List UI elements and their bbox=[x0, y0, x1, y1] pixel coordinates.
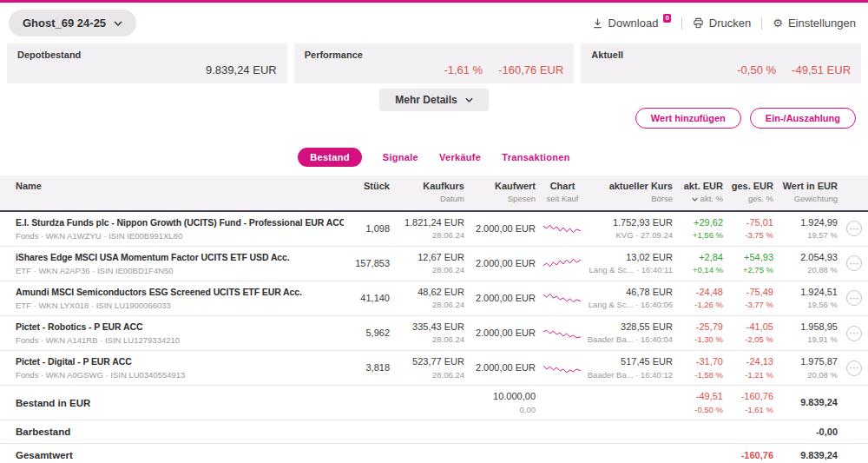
total-wert: 9.839,24 bbox=[776, 397, 838, 408]
col-header-kaufkurs[interactable]: Kaufkurs Datum bbox=[392, 181, 467, 204]
wert-value: 2.054,93 bbox=[776, 252, 838, 263]
kaufkurs-value: 523,77 EUR bbox=[392, 356, 464, 367]
tab-bestand[interactable]: Bestand bbox=[298, 148, 362, 167]
security-name[interactable]: Amundi MSCI Semiconductors ESG Screened … bbox=[16, 287, 344, 298]
col-header-ges[interactable]: ges. EUR ges. % bbox=[726, 181, 776, 204]
ges-pct-value: -3,75 % bbox=[726, 231, 773, 240]
tab-signale[interactable]: Signale bbox=[383, 152, 418, 162]
separator bbox=[681, 17, 682, 30]
table-header: Name Stück Kaufkurs Datum Kaufwert Spese… bbox=[0, 175, 868, 212]
kaufwert-value: 2.000,00 EUR bbox=[467, 362, 536, 374]
akt-eur-value: -24,48 bbox=[675, 287, 723, 298]
ges-eur-value: -41,05 bbox=[726, 321, 773, 333]
sparkline-chart bbox=[542, 361, 582, 375]
kaufkurs-value: 12,67 EUR bbox=[392, 252, 464, 263]
sparkline-chart bbox=[542, 256, 582, 270]
ges-pct-value: -3,77 % bbox=[726, 301, 773, 309]
gear-icon: ⚙ bbox=[773, 17, 783, 30]
settings-button[interactable]: ⚙ Einstellungen bbox=[773, 17, 856, 30]
depot-selector-dropdown[interactable]: Ghost_69 24-25 bbox=[9, 10, 136, 36]
boerse-info: KVG · 27.09.24 bbox=[587, 231, 673, 240]
total-akt-eur: -49,51 bbox=[675, 391, 723, 402]
col-header-akt[interactable]: akt. EUR akt. % bbox=[675, 181, 726, 204]
sparkline-chart bbox=[542, 222, 582, 235]
ges-eur-value: -24,13 bbox=[726, 356, 773, 367]
total-label: Bestand in EUR bbox=[16, 398, 344, 408]
col-header-chart: Chart seit Kauf bbox=[538, 181, 587, 204]
kurs-value: 46,78 EUR bbox=[587, 287, 673, 298]
kurs-value: 517,45 EUR bbox=[587, 356, 673, 367]
col-header-stueck[interactable]: Stück bbox=[351, 181, 392, 192]
holdings-table: Name Stück Kaufkurs Datum Kaufwert Spese… bbox=[0, 175, 868, 463]
table-row[interactable]: E.I. Sturdza Funds plc - Nippon Growth (… bbox=[0, 212, 868, 247]
top-bar: Ghost_69 24-25 Download 0 Drucken ⚙ Eins… bbox=[0, 3, 868, 42]
wert-value: 1.975,87 bbox=[776, 356, 838, 367]
kurs-value: 328,55 EUR bbox=[587, 321, 673, 333]
total-ges-eur: -160,76 bbox=[726, 391, 773, 402]
print-label: Drucken bbox=[709, 17, 751, 30]
kaufwert-value: 2.000,00 EUR bbox=[467, 258, 536, 269]
performance-percent: -1,61 % bbox=[444, 63, 483, 76]
akt-pct-value: -1,26 % bbox=[675, 301, 723, 309]
col-header-kaufwert[interactable]: Kaufwert Spesen bbox=[467, 181, 538, 204]
print-button[interactable]: Drucken bbox=[693, 17, 751, 30]
kaufwert-value: 2.000,00 EUR bbox=[467, 327, 536, 339]
akt-eur-value: +29,62 bbox=[675, 217, 723, 228]
kaufwert-value: 2.000,00 EUR bbox=[467, 223, 536, 235]
kaufkurs-value: 1.821,24 EUR bbox=[392, 217, 464, 228]
boerse-info: Lang & Sc... · 16:40:06 bbox=[587, 301, 673, 309]
deposit-withdraw-button[interactable]: Ein-/Auszahlung bbox=[750, 108, 856, 129]
mehr-details-button[interactable]: Mehr Details bbox=[379, 89, 488, 111]
sparkline-chart bbox=[542, 327, 582, 341]
row-menu-button[interactable]: ⋯ bbox=[846, 360, 862, 376]
add-value-button[interactable]: Wert hinzufügen bbox=[635, 108, 741, 129]
download-icon bbox=[592, 17, 603, 29]
tab-transaktionen[interactable]: Transaktionen bbox=[502, 152, 569, 162]
gesamtwert-ges-eur: -160,76 bbox=[726, 450, 773, 461]
total-akt-pct: -0,50 % bbox=[675, 406, 723, 414]
security-meta: Fonds · WKN A1WZYU · ISIN IE00B991XL80 bbox=[16, 231, 344, 241]
gewichtung-value: 19,57 % bbox=[776, 231, 838, 240]
table-row[interactable]: Pictet - Digital - P EUR ACC Fonds · WKN… bbox=[0, 351, 868, 386]
security-name[interactable]: iShares Edge MSCI USA Momentum Factor UC… bbox=[16, 252, 344, 263]
total-spesen: 0,00 bbox=[467, 406, 536, 414]
table-row[interactable]: Amundi MSCI Semiconductors ESG Screened … bbox=[0, 281, 868, 316]
gewichtung-value: 19,56 % bbox=[776, 301, 838, 309]
total-label: Gesamtwert bbox=[16, 450, 344, 460]
card-performance: Performance -1,61 % -160,76 EUR bbox=[294, 43, 575, 83]
table-row[interactable]: iShares Edge MSCI USA Momentum Factor UC… bbox=[0, 247, 868, 281]
barbestand-wert: -0,00 bbox=[776, 427, 838, 438]
boerse-info: Baader Ba... · 16:40:12 bbox=[587, 371, 673, 380]
col-header-kurs[interactable]: aktueller Kurs Börse bbox=[587, 181, 675, 204]
row-menu-button[interactable]: ⋯ bbox=[846, 221, 862, 236]
boerse-info: Baader Ba... · 16:40:04 bbox=[587, 335, 673, 344]
security-name[interactable]: Pictet - Robotics - P EUR ACC bbox=[16, 321, 344, 333]
security-meta: Fonds · WKN A0GSWG · ISIN LU0340554913 bbox=[16, 370, 344, 380]
settings-label: Einstellungen bbox=[788, 17, 856, 30]
kaufwert-value: 2.000,00 EUR bbox=[467, 293, 536, 304]
card-label: Depotbestand bbox=[17, 50, 277, 60]
stueck-value: 5,962 bbox=[351, 327, 390, 339]
row-menu-button[interactable]: ⋯ bbox=[846, 255, 862, 271]
ges-eur-value: -75,49 bbox=[726, 287, 773, 298]
table-row-gesamtwert: Gesamtwert -160,76 9.839,24 bbox=[0, 444, 868, 463]
col-header-name[interactable]: Name bbox=[0, 181, 351, 192]
chevron-down-icon bbox=[465, 97, 473, 103]
row-menu-button[interactable]: ⋯ bbox=[846, 326, 862, 341]
download-button[interactable]: Download 0 bbox=[592, 17, 671, 30]
table-row[interactable]: Pictet - Robotics - P EUR ACC Fonds · WK… bbox=[0, 316, 868, 351]
security-meta: ETF · WKN A2AP36 · ISIN IE00BD1F4N50 bbox=[16, 266, 344, 275]
security-name[interactable]: Pictet - Digital - P EUR ACC bbox=[16, 356, 344, 367]
security-name[interactable]: E.I. Sturdza Funds plc - Nippon Growth (… bbox=[16, 217, 344, 228]
ges-pct-value: +2,75 % bbox=[726, 266, 773, 274]
kaufkurs-value: 335,43 EUR bbox=[392, 321, 464, 333]
total-ges-pct: -1,61 % bbox=[726, 406, 773, 414]
row-menu-button[interactable]: ⋯ bbox=[846, 290, 862, 306]
sort-desc-icon[interactable] bbox=[692, 197, 698, 202]
col-header-wert[interactable]: Wert in EUR Gewichtung bbox=[776, 181, 840, 204]
tab-verkaeufe[interactable]: Verkäufe bbox=[439, 152, 481, 162]
aktuell-value: -49,51 EUR bbox=[792, 63, 851, 76]
depot-selector-label: Ghost_69 24-25 bbox=[23, 17, 106, 30]
gewichtung-value: 20,88 % bbox=[776, 266, 838, 274]
depotbestand-value: 9.839,24 EUR bbox=[206, 63, 277, 76]
